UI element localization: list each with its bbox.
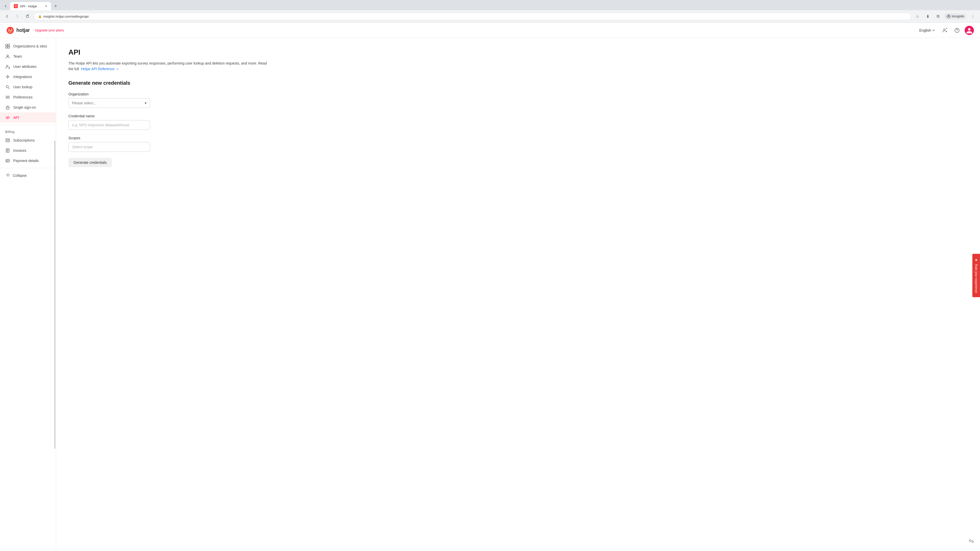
sidebar-item-single-sign-on[interactable]: Single sign-on [0,102,56,113]
svg-point-4 [957,31,957,32]
sidebar-label: Organizations & sites [13,44,47,48]
logo-icon [6,26,14,35]
user-attributes-icon [5,64,10,69]
sidebar-label: Invoices [13,148,26,152]
organization-select-wrapper: Please select... [68,98,150,108]
svg-rect-10 [8,46,10,48]
generate-credentials-button[interactable]: Generate credentials [68,158,112,167]
sidebar-label: Preferences [13,95,32,99]
api-reference-link[interactable]: Hotjar API Reference [81,67,115,71]
organization-label: Organization [68,92,150,96]
svg-point-14 [6,86,8,88]
sidebar-item-organizations-sites[interactable]: Organizations & sites [0,41,56,51]
external-link-icon: ↗ [116,68,118,71]
browser-tabs-bar: H API - Hotjar ✕ + [0,0,980,10]
scopes-input[interactable] [68,142,150,152]
more-button[interactable]: ⋮ [969,12,977,21]
page-title: API [68,48,968,56]
scopes-label: Scopes [68,136,150,140]
add-user-button[interactable] [940,26,950,35]
user-avatar[interactable] [965,26,974,35]
sidebar-item-integrations[interactable]: Integrations [0,72,56,82]
payment-details-icon [5,158,10,163]
collapse-sidebar-button[interactable]: Collapse [0,170,56,181]
collapse-label: Collapse [13,173,27,178]
reload-button[interactable] [24,12,32,21]
chevron-down-icon [932,29,935,32]
hotjar-logo[interactable]: hotjar [6,26,30,35]
sidebar-scrollbar[interactable] [54,141,56,448]
svg-point-6 [968,28,970,30]
sidebar-item-user-lookup[interactable]: User lookup [0,82,56,92]
app-container: hotjar Upgrade your plans English [0,23,980,551]
avatar-image [965,26,974,35]
sidebar-item-invoices[interactable]: Invoices [0,145,56,156]
billing-section-label: Billing [0,127,56,135]
scopes-form-group: Scopes [68,136,150,152]
credential-name-input[interactable] [68,120,150,130]
address-bar[interactable]: 🔒 insights.hotjar.com/settings/api [34,13,912,20]
svg-rect-17 [6,139,10,142]
incognito-badge: Incognito [944,13,967,19]
upgrade-plans-link[interactable]: Upgrade your plans [35,28,64,32]
main-content: Organizations & sites Team User attribut… [0,38,980,551]
share-link-icon[interactable] [969,538,974,545]
sidebar-divider-2 [0,168,56,168]
sidebar-label: User lookup [13,85,32,89]
new-tab-button[interactable]: + [52,3,59,10]
lock-icon: 🔒 [38,14,42,18]
organization-form-group: Organization Please select... [68,92,150,108]
sidebar-label: Subscriptions [13,138,35,142]
logo-text: hotjar [16,27,30,33]
invoices-icon [5,148,10,153]
notification-dot [946,27,948,29]
page-content: API The Hotjar API lets you automate exp… [56,38,980,551]
team-icon [5,54,10,59]
incognito-label: Incognito [952,14,964,18]
sidebar-item-api[interactable]: API [0,113,56,123]
browser-chrome: H API - Hotjar ✕ + 🔒 insights.hotjar.com… [0,0,980,23]
device-toolbar-button[interactable]: ⧉ [934,12,942,21]
sidebar-item-team[interactable]: Team [0,51,56,62]
svg-point-11 [7,55,8,56]
sidebar-label: Single sign-on [13,105,36,110]
svg-point-13 [7,76,8,78]
back-button[interactable] [3,12,11,21]
active-tab[interactable]: H API - Hotjar ✕ [10,2,51,10]
url-text: insights.hotjar.com/settings/api [43,14,89,18]
header-right: English [917,26,974,35]
svg-point-2 [944,29,945,30]
bookmark-button[interactable]: ☆ [913,12,921,21]
user-lookup-icon [5,84,10,89]
svg-point-12 [6,65,8,67]
language-label: English [919,28,931,32]
sidebar-item-preferences[interactable]: Preferences [0,92,56,102]
integrations-icon [5,74,10,79]
browser-toolbar: 🔒 insights.hotjar.com/settings/api ☆ ⬇ ⧉… [0,10,980,22]
sidebar-item-payment-details[interactable]: Payment details [0,156,56,166]
single-sign-on-icon [5,105,10,110]
section-title: Generate new credentials [68,80,968,86]
sidebar-item-user-attributes[interactable]: User attributes [0,62,56,72]
forward-button[interactable] [13,12,21,21]
page-description: The Hotjar API lets you automate exporti… [68,60,272,72]
credential-name-label: Credential name [68,114,150,118]
help-button[interactable] [953,26,962,35]
sidebar-item-subscriptions[interactable]: Subscriptions [0,135,56,145]
tab-favicon: H [14,4,18,8]
collapse-icon [5,173,10,178]
download-button[interactable]: ⬇ [924,12,932,21]
preferences-icon [5,95,10,100]
organization-select[interactable] [68,98,150,108]
api-icon [5,115,10,120]
svg-point-16 [7,108,8,108]
sidebar-label: Payment details [13,159,39,163]
subscriptions-icon [5,138,10,143]
sidebar-label: Integrations [13,75,32,79]
tab-prev-button[interactable] [2,3,9,10]
rate-experience-tab[interactable]: ★ Rate your experience [972,254,980,297]
sidebar-label: User attributes [13,65,37,68]
language-selector[interactable]: English [917,27,937,33]
tab-close-button[interactable]: ✕ [45,4,48,8]
credential-name-form-group: Credential name [68,114,150,130]
